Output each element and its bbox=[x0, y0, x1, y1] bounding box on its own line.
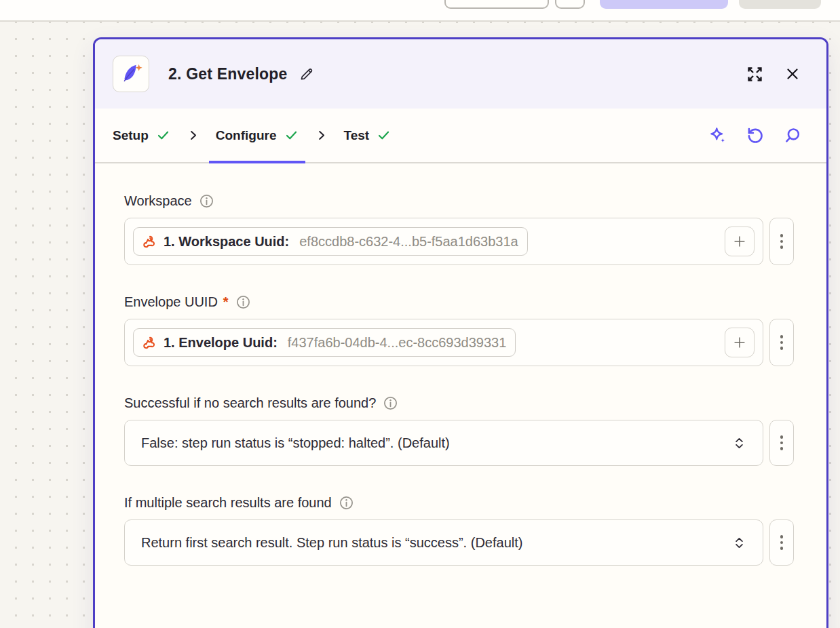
step-config-panel: 2. Get Envelope bbox=[93, 37, 828, 628]
field-label: Envelope UUID bbox=[124, 294, 218, 310]
ai-assist-button[interactable] bbox=[708, 126, 727, 145]
multiple-results-select[interactable]: Return first search result. Step run sta… bbox=[124, 519, 763, 566]
edit-title-button[interactable] bbox=[299, 66, 315, 82]
tab-separator bbox=[315, 109, 328, 162]
plus-icon bbox=[732, 335, 747, 350]
step-tabbar: Setup Configure Test bbox=[95, 109, 826, 163]
check-icon bbox=[284, 128, 299, 142]
required-mark: * bbox=[223, 294, 229, 310]
token-prefix: 1. Envelope Uuid: bbox=[164, 335, 278, 351]
sparkle-ai-icon bbox=[708, 126, 727, 145]
field-envelope-uuid: Envelope UUID * bbox=[124, 294, 794, 366]
select-updown-icon bbox=[732, 436, 746, 450]
search-icon bbox=[783, 126, 802, 145]
kebab-icon bbox=[780, 335, 784, 350]
no-results-select[interactable]: False: step run status is “stopped: halt… bbox=[124, 420, 763, 466]
chevron-right-icon bbox=[315, 129, 328, 142]
configure-form: Workspace bbox=[95, 163, 826, 628]
chevron-right-icon bbox=[187, 129, 199, 142]
close-icon bbox=[784, 66, 801, 82]
field-menu-button[interactable] bbox=[769, 218, 794, 265]
tab-setup-label: Setup bbox=[113, 128, 149, 143]
plus-icon bbox=[732, 234, 747, 249]
insert-data-button[interactable] bbox=[725, 227, 755, 256]
tab-configure[interactable]: Configure bbox=[216, 109, 299, 162]
tab-test-label: Test bbox=[344, 128, 370, 143]
select-value: Return first search result. Step run sta… bbox=[141, 535, 522, 551]
field-label: Workspace bbox=[124, 193, 192, 209]
envelope-uuid-input[interactable]: 1. Envelope Uuid:f437fa6b-04db-4...ec-8c… bbox=[124, 319, 763, 366]
close-panel-button[interactable] bbox=[784, 66, 801, 82]
token-prefix: 1. Workspace Uuid: bbox=[164, 234, 289, 250]
kebab-icon bbox=[780, 535, 784, 550]
select-updown-icon bbox=[732, 536, 746, 550]
step-title: 2. Get Envelope bbox=[168, 65, 288, 83]
topbar-outline-control[interactable] bbox=[444, 0, 549, 9]
kebab-icon bbox=[780, 234, 784, 249]
field-menu-button[interactable] bbox=[769, 420, 794, 466]
field-workspace: Workspace bbox=[124, 193, 794, 265]
workspace-input[interactable]: 1. Workspace Uuid:ef8ccdb8-c632-4...b5-f… bbox=[124, 218, 763, 265]
topbar-small-button[interactable] bbox=[555, 0, 585, 9]
token-value: ef8ccdb8-c632-4...b5-f5aa1d63b31a bbox=[299, 234, 518, 250]
mapped-field-token[interactable]: 1. Workspace Uuid:ef8ccdb8-c632-4...b5-f… bbox=[133, 227, 528, 256]
info-icon[interactable] bbox=[235, 294, 251, 310]
insert-data-button[interactable] bbox=[725, 328, 755, 357]
field-menu-button[interactable] bbox=[769, 319, 794, 366]
info-icon[interactable] bbox=[199, 193, 214, 209]
app-feather-icon bbox=[117, 60, 145, 87]
select-value: False: step run status is “stopped: halt… bbox=[141, 435, 450, 451]
tab-toolbar bbox=[708, 109, 802, 162]
panel-header: 2. Get Envelope bbox=[95, 39, 826, 109]
search-fields-button[interactable] bbox=[783, 126, 802, 145]
info-icon[interactable] bbox=[383, 395, 398, 411]
edit-pencil-icon bbox=[299, 66, 315, 82]
refresh-fields-button[interactable] bbox=[746, 126, 765, 145]
zap-canvas: 2. Get Envelope bbox=[0, 22, 840, 628]
tab-test[interactable]: Test bbox=[344, 109, 392, 162]
webhook-icon bbox=[142, 234, 157, 249]
field-label: Successful if no search results are foun… bbox=[124, 395, 376, 411]
mapped-field-token[interactable]: 1. Envelope Uuid:f437fa6b-04db-4...ec-8c… bbox=[133, 328, 516, 357]
expand-icon bbox=[746, 65, 764, 83]
undo-icon bbox=[746, 126, 765, 145]
app-icon bbox=[113, 56, 149, 92]
topbar-secondary-button[interactable] bbox=[739, 0, 821, 9]
tab-configure-label: Configure bbox=[216, 128, 277, 143]
tab-setup[interactable]: Setup bbox=[113, 109, 170, 162]
check-icon bbox=[156, 128, 170, 142]
webhook-icon bbox=[142, 335, 157, 350]
expand-panel-button[interactable] bbox=[746, 65, 764, 83]
field-no-results-behavior: Successful if no search results are foun… bbox=[124, 395, 794, 466]
tab-separator bbox=[187, 109, 199, 162]
editor-topbar bbox=[0, 0, 840, 22]
kebab-icon bbox=[780, 435, 784, 450]
field-multiple-results-behavior: If multiple search results are found Ret… bbox=[124, 495, 794, 566]
check-icon bbox=[377, 128, 391, 142]
zap-editor-screen: 2. Get Envelope bbox=[0, 0, 840, 628]
token-value: f437fa6b-04db-4...ec-8cc693d39331 bbox=[288, 335, 506, 351]
topbar-primary-button[interactable] bbox=[600, 0, 728, 9]
field-label: If multiple search results are found bbox=[124, 495, 332, 511]
field-menu-button[interactable] bbox=[769, 519, 794, 566]
info-icon[interactable] bbox=[339, 495, 354, 511]
